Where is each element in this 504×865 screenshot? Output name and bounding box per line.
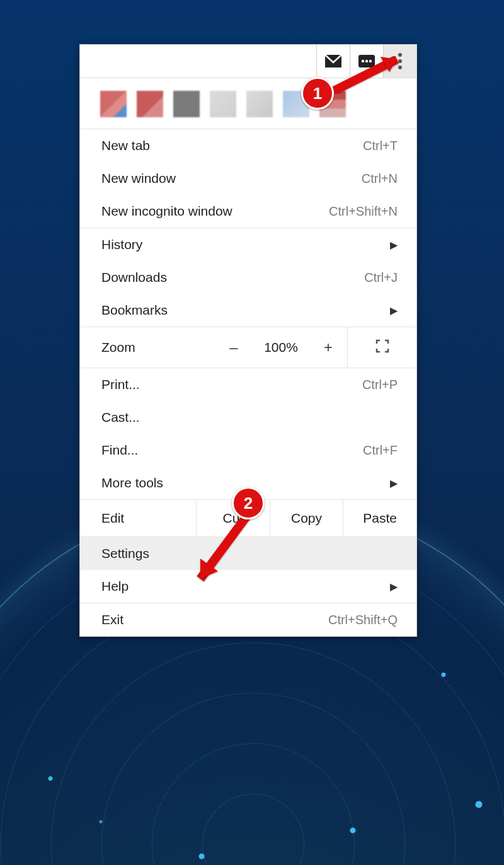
menu-item-history[interactable]: History ▶ [80, 228, 416, 261]
menu-item-zoom: Zoom – 100% + [80, 327, 416, 368]
svg-point-7 [398, 66, 402, 69]
menu-label: More tools [101, 475, 163, 491]
menu-item-settings[interactable]: Settings [80, 537, 416, 570]
menu-label: History [101, 237, 142, 252]
menu-item-cast[interactable]: Cast... [80, 401, 416, 434]
menu-item-downloads[interactable]: Downloads Ctrl+J [80, 261, 416, 294]
chrome-main-menu: New tab Ctrl+T New window Ctrl+N New inc… [80, 129, 416, 636]
submenu-arrow-icon: ▶ [390, 477, 398, 489]
chrome-menu-button[interactable] [384, 45, 416, 78]
menu-label: Help [101, 579, 129, 594]
svg-point-2 [362, 60, 364, 62]
menu-item-new-window[interactable]: New window Ctrl+N [80, 162, 416, 195]
browser-toolbar [80, 45, 416, 78]
menu-label: Exit [101, 612, 123, 627]
menu-item-new-incognito[interactable]: New incognito window Ctrl+Shift+N [80, 195, 416, 228]
menu-label: Print... [101, 377, 140, 392]
fullscreen-icon [375, 339, 390, 357]
menu-label: Cast... [101, 410, 140, 425]
menu-label: Find... [101, 443, 138, 458]
menu-item-edit: Edit Cut Copy Paste [80, 500, 416, 537]
menu-item-help[interactable]: Help ▶ [80, 570, 416, 603]
menu-label: Downloads [101, 270, 167, 285]
edit-label: Edit [80, 500, 196, 537]
profile-avatar[interactable] [137, 91, 163, 117]
menu-label: Bookmarks [101, 303, 168, 318]
svg-point-4 [369, 60, 372, 62]
mail-extension-button[interactable] [317, 45, 350, 78]
menu-item-print[interactable]: Print... Ctrl+P [80, 368, 416, 401]
menu-item-more-tools[interactable]: More tools ▶ [80, 467, 416, 499]
menu-item-new-tab[interactable]: New tab Ctrl+T [80, 129, 416, 162]
menu-shortcut: Ctrl+Shift+Q [328, 613, 398, 627]
zoom-out-button[interactable]: – [215, 327, 253, 368]
chrome-menu-window: New tab Ctrl+T New window Ctrl+N New inc… [79, 44, 417, 637]
menu-shortcut: Ctrl+J [364, 270, 398, 285]
svg-point-3 [365, 60, 368, 62]
menu-label: New window [101, 171, 176, 186]
svg-point-6 [398, 59, 402, 63]
menu-item-find[interactable]: Find... Ctrl+F [80, 434, 416, 467]
svg-point-5 [398, 53, 402, 57]
menu-shortcut: Ctrl+P [362, 378, 398, 392]
menu-label: New tab [101, 138, 150, 153]
menu-shortcut: Ctrl+T [363, 139, 398, 153]
fullscreen-button[interactable] [347, 327, 416, 368]
menu-label: New incognito window [101, 204, 232, 219]
profile-avatar[interactable] [100, 91, 127, 117]
submenu-arrow-icon: ▶ [390, 305, 398, 316]
profile-avatar[interactable] [173, 91, 200, 117]
menu-item-bookmarks[interactable]: Bookmarks ▶ [80, 294, 416, 327]
zoom-in-button[interactable]: + [309, 327, 347, 368]
more-vert-icon [398, 52, 403, 70]
menu-shortcut: Ctrl+F [363, 443, 398, 458]
menu-label: Settings [101, 546, 149, 561]
menu-item-exit[interactable]: Exit Ctrl+Shift+Q [80, 603, 416, 636]
password-icon [358, 55, 375, 67]
password-extension-button[interactable] [350, 45, 384, 78]
profile-row [80, 78, 416, 129]
edit-cut-button[interactable]: Cut [196, 500, 270, 537]
mail-icon [325, 55, 341, 67]
zoom-value: 100% [253, 327, 309, 368]
zoom-label: Zoom [80, 327, 215, 368]
profile-avatar[interactable] [319, 91, 346, 117]
submenu-arrow-icon: ▶ [390, 581, 398, 593]
menu-shortcut: Ctrl+N [362, 171, 398, 186]
address-bar-area[interactable] [80, 45, 317, 78]
edit-paste-button[interactable]: Paste [343, 500, 416, 537]
profile-avatar[interactable] [283, 91, 309, 117]
edit-copy-button[interactable]: Copy [270, 500, 343, 537]
menu-shortcut: Ctrl+Shift+N [329, 204, 398, 219]
profile-avatar[interactable] [210, 91, 236, 117]
submenu-arrow-icon: ▶ [390, 239, 398, 251]
profile-avatar[interactable] [246, 91, 273, 117]
